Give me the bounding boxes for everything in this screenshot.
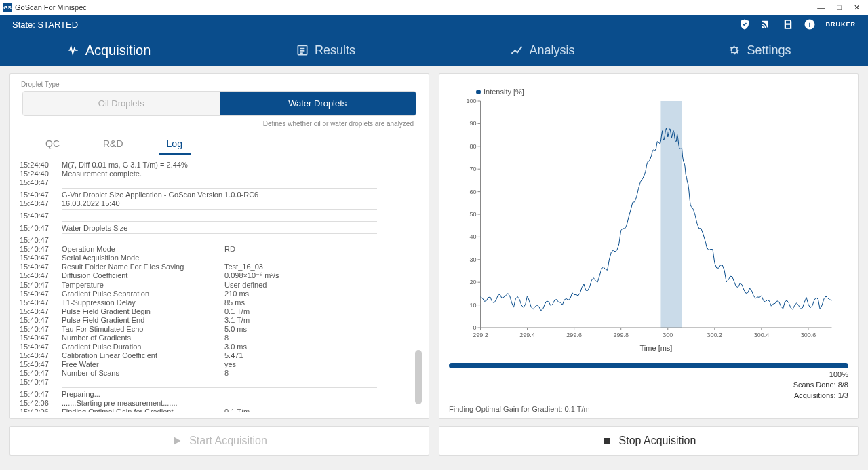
nav-results-label: Results: [315, 43, 355, 58]
state-label: State: STARTED: [12, 20, 78, 30]
app-icon: GS: [3, 3, 12, 12]
svg-text:300: 300: [663, 332, 673, 338]
tab-rd[interactable]: R&D: [95, 134, 132, 155]
log-message: M(7, Diff 0.01 ms, G 3.1 T/m) = 2.44%: [62, 161, 419, 169]
log-row: 15:42:06.......Starting pre-measurement.…: [20, 398, 419, 407]
nav-analysis[interactable]: Analysis: [434, 34, 651, 66]
progress-scans: Scans Done: 8/8: [449, 380, 848, 390]
nav-analysis-label: Analysis: [529, 43, 574, 58]
log-message: Measurement complete.: [62, 170, 419, 178]
log-timestamp: 15:40:47: [20, 298, 62, 307]
results-icon: [296, 43, 309, 57]
log-message: 16.03.2022 15:40: [62, 199, 419, 208]
app-title: GoScan For Minispec: [15, 3, 87, 12]
log-row: 15:40:47Tau For Stimulated Echo5.0 ms: [20, 324, 419, 333]
start-acquisition-button: Start Acquisition: [9, 426, 429, 456]
log-timestamp: 15:40:47: [20, 224, 62, 232]
log-row: 15:40:47Preparing...: [20, 389, 419, 398]
log-timestamp: 15:40:47: [20, 245, 62, 253]
svg-text:70: 70: [469, 165, 476, 172]
log-timestamp: 15:40:47: [20, 212, 62, 220]
svg-text:10: 10: [469, 302, 476, 309]
log-param: Pulse Field Gradient End: [62, 316, 224, 324]
cast-icon[interactable]: [760, 18, 772, 31]
save-icon[interactable]: [782, 18, 794, 31]
shield-icon[interactable]: [738, 18, 751, 31]
log-area[interactable]: 15:24:40M(7, Diff 0.01 ms, G 3.1 T/m) = …: [17, 160, 422, 412]
log-param: Serial Acquisition Mode: [62, 254, 224, 262]
log-timestamp: 15:40:47: [20, 271, 62, 280]
log-timestamp: 15:40:47: [20, 281, 62, 289]
minimize-button[interactable]: —: [817, 3, 825, 12]
svg-text:90: 90: [469, 120, 476, 127]
acquisition-config-panel: Droplet Type Oil Droplets Water Droplets…: [9, 73, 429, 419]
log-row: 15:24:40M(7, Diff 0.01 ms, G 3.1 T/m) = …: [20, 160, 419, 169]
log-timestamp: 15:40:47: [20, 262, 62, 271]
log-row: 15:40:47: [20, 235, 419, 244]
log-timestamp: 15:42:06: [20, 399, 62, 407]
legend-dot-icon: [476, 90, 481, 94]
subtabs: QC R&D Log: [17, 134, 422, 155]
log-row: 15:40:47Pulse Field Gradient Begin0.1 T/…: [20, 307, 419, 315]
log-row: 15:40:47: [20, 211, 419, 220]
log-message: Preparing...: [62, 390, 419, 398]
svg-point-5: [517, 52, 519, 54]
svg-text:20: 20: [469, 279, 476, 286]
maximize-button[interactable]: □: [837, 3, 842, 12]
log-value: 0.1 T/m: [224, 307, 419, 315]
progress-acquisitions: Acquisitions: 1/3: [449, 391, 848, 401]
log-message: G-Var Droplet Size Application - GoScan …: [62, 191, 419, 199]
start-button-label: Start Acquisition: [189, 435, 267, 447]
log-param: Pulse Field Gradient Begin: [62, 307, 224, 315]
stop-acquisition-button[interactable]: Stop Acquisition: [439, 426, 859, 456]
svg-text:i: i: [809, 20, 811, 28]
log-row: 15:40:47Calibration Linear Coefficient5.…: [20, 351, 419, 359]
progress-percent: 100%: [449, 370, 848, 380]
log-row: 15:40:47: [20, 377, 419, 386]
log-row: 15:42:06Finding Optimal Gain for Gradien…: [20, 407, 419, 412]
svg-text:299.8: 299.8: [613, 332, 629, 338]
log-value: User defined: [224, 281, 419, 289]
nav-acquisition-label: Acquisition: [85, 43, 151, 58]
play-icon: [172, 435, 182, 446]
svg-text:50: 50: [469, 211, 476, 218]
log-row: 15:40:47Gradient Pulse Separation210 ms: [20, 289, 419, 298]
scrollbar-thumb[interactable]: [415, 350, 422, 404]
log-divider: [62, 387, 377, 388]
log-value: 0.1 T/m: [224, 408, 419, 412]
log-param: Number of Gradients: [62, 334, 224, 342]
nav-results[interactable]: Results: [217, 34, 434, 66]
log-param: Free Water: [62, 360, 224, 368]
log-row: 15:40:47Water Droplets Size: [20, 223, 419, 232]
acquisition-icon: [66, 43, 80, 57]
svg-text:0: 0: [473, 324, 476, 331]
log-timestamp: 15:40:47: [20, 342, 62, 351]
tab-log[interactable]: Log: [159, 134, 191, 155]
svg-text:80: 80: [469, 143, 476, 150]
svg-text:300.4: 300.4: [754, 332, 770, 338]
log-value: Test_16_03: [224, 262, 419, 271]
log-timestamp: 15:40:47: [20, 351, 62, 359]
svg-text:299.6: 299.6: [566, 332, 582, 338]
log-value: 3.0 ms: [224, 342, 419, 351]
log-row: 15:40:4716.03.2022 15:40: [20, 199, 419, 208]
tab-qc[interactable]: QC: [37, 134, 68, 155]
log-param: T1-Suppression Delay: [62, 298, 224, 307]
droplet-type-toggle: Oil Droplets Water Droplets: [22, 91, 416, 116]
log-value: 210 ms: [224, 290, 419, 298]
log-value: 0.098×10⁻⁹ m²/s: [224, 271, 419, 280]
log-timestamp: 15:40:47: [20, 307, 62, 315]
log-value: 85 ms: [224, 298, 419, 307]
log-message: [62, 236, 419, 244]
log-message: .......Starting pre-measurement.......: [62, 399, 419, 407]
stop-icon: [601, 435, 612, 446]
info-icon[interactable]: i: [804, 18, 816, 31]
oil-droplets-button[interactable]: Oil Droplets: [23, 92, 220, 115]
nav-settings[interactable]: Settings: [651, 34, 868, 66]
log-timestamp: 15:40:47: [20, 369, 62, 377]
svg-rect-49: [604, 438, 610, 444]
close-button[interactable]: ✕: [854, 3, 860, 12]
log-row: 15:40:47Diffusion Coefficient0.098×10⁻⁹ …: [20, 271, 419, 280]
nav-acquisition[interactable]: Acquisition: [0, 34, 217, 66]
water-droplets-button[interactable]: Water Droplets: [220, 92, 416, 115]
